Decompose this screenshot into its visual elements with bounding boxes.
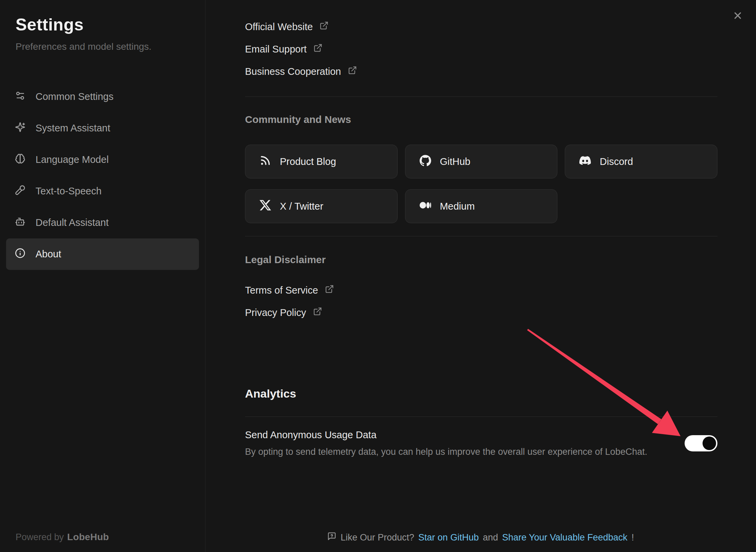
powered-by-text: Powered by [16,532,64,542]
button-label: Medium [440,201,475,212]
community-buttons: Product Blog GitHub Discord X / Twitter [245,145,717,223]
robot-icon [15,216,25,229]
setting-text: Send Anonymous Usage Data By opting to s… [245,429,647,457]
sidebar-item-label: System Assistant [36,123,110,134]
sidebar-item-default-assistant[interactable]: Default Assistant [6,207,199,238]
footer-text: Like Our Product? [340,532,414,543]
external-link-icon [313,43,323,55]
business-cooperation-link[interactable]: Business Cooperation [245,66,357,77]
page-title: Settings [16,15,205,35]
section-divider [245,236,717,236]
x-twitter-icon [260,199,271,213]
section-divider [245,97,717,97]
settings-sidebar: Settings Preferences and model settings.… [0,0,205,552]
discord-button[interactable]: Discord [565,145,717,178]
rss-icon [260,155,271,169]
medium-button[interactable]: Medium [405,189,558,223]
sidebar-item-label: Common Settings [36,91,114,102]
share-feedback-link[interactable]: Share Your Valuable Feedback [502,532,627,543]
footer-text: ! [631,532,634,543]
sidebar-item-label: About [36,249,61,260]
footer-text: and [483,532,498,543]
sidebar-item-label: Language Model [36,154,109,165]
feedback-footer: Like Our Product? Star on GitHub and Sha… [205,532,756,543]
button-label: X / Twitter [280,201,323,212]
github-button[interactable]: GitHub [405,145,558,178]
link-label: Official Website [245,21,313,33]
external-link-icon [325,284,334,296]
link-label: Email Support [245,43,307,55]
external-link-icon [313,307,322,318]
product-blog-button[interactable]: Product Blog [245,145,398,178]
setting-description: By opting to send telemetry data, you ca… [245,447,647,457]
sidebar-item-text-to-speech[interactable]: Text-to-Speech [6,175,199,207]
external-link-icon [348,66,357,77]
send-usage-data-toggle[interactable] [685,435,717,451]
sidebar-item-label: Text-to-Speech [36,186,102,197]
community-heading: Community and News [245,113,717,125]
button-label: Discord [600,156,633,167]
send-usage-data-setting: Send Anonymous Usage Data By opting to s… [245,429,717,457]
setting-label: Send Anonymous Usage Data [245,429,647,441]
contact-us-heading-clipped: Contact Us [245,0,717,4]
x-twitter-button[interactable]: X / Twitter [245,189,398,223]
sparkles-icon [15,122,25,135]
github-icon [420,155,431,169]
sidebar-item-language-model[interactable]: Language Model [6,144,199,175]
sliders-icon [15,90,25,103]
annotation-arrow [205,0,756,552]
button-label: GitHub [440,156,470,167]
link-label: Privacy Policy [245,307,306,318]
medium-icon [420,199,431,213]
message-bubble-icon [327,532,336,543]
terms-of-service-link[interactable]: Terms of Service [245,284,334,296]
close-button[interactable] [732,10,743,21]
page-subtitle: Preferences and model settings. [16,41,190,52]
lobehub-brand[interactable]: LobeHub [67,532,109,542]
toggle-knob [703,437,716,450]
link-label: Terms of Service [245,284,318,296]
email-support-link[interactable]: Email Support [245,43,323,55]
powered-by: Powered byLobeHub [16,532,109,543]
section-divider [245,417,717,417]
external-link-icon [319,21,329,33]
button-label: Product Blog [280,156,336,167]
sidebar-item-system-assistant[interactable]: System Assistant [6,112,199,144]
brain-icon [15,153,25,166]
link-label: Business Cooperation [245,66,341,77]
sidebar-item-about[interactable]: About [6,238,199,270]
sidebar-item-label: Default Assistant [36,217,109,228]
contact-us-heading: Contact Us [245,0,717,2]
star-on-github-link[interactable]: Star on GitHub [418,532,479,543]
privacy-policy-link[interactable]: Privacy Policy [245,307,322,318]
legal-heading: Legal Disclaimer [245,254,717,266]
settings-window: Settings Preferences and model settings.… [0,0,756,552]
sidebar-item-common-settings[interactable]: Common Settings [6,81,199,112]
official-website-link[interactable]: Official Website [245,21,329,33]
info-icon [15,248,25,261]
about-panel: Contact Us Official Website Email Suppor… [205,0,756,552]
mic-icon [15,185,25,198]
close-icon [732,16,743,22]
discord-icon [579,155,591,169]
analytics-heading: Analytics [245,387,717,400]
settings-nav: Common Settings System Assistant Languag… [0,81,205,270]
